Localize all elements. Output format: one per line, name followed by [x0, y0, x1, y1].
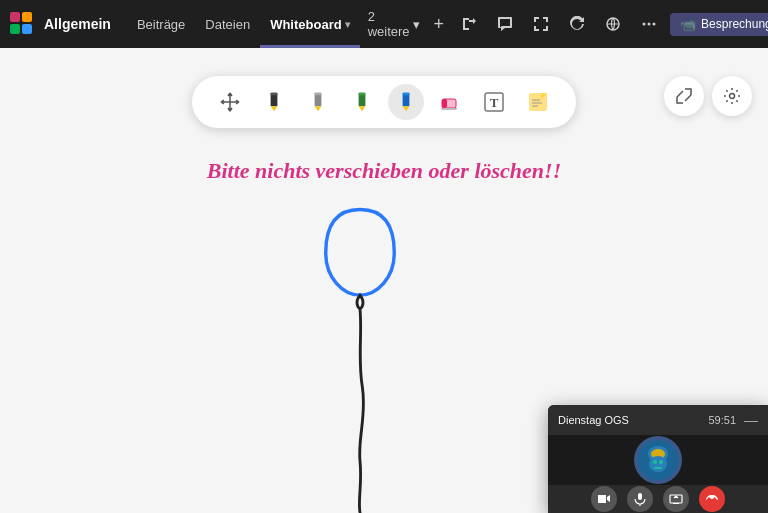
expand-icon-btn[interactable]	[526, 9, 556, 39]
svg-point-5	[643, 23, 646, 26]
svg-marker-12	[315, 106, 322, 111]
hangup-btn[interactable]	[699, 486, 725, 512]
meeting-body	[548, 435, 768, 485]
svg-text:T: T	[490, 95, 499, 110]
minimize-btn[interactable]: —	[744, 412, 758, 428]
chevron-down-icon: ▾	[413, 17, 420, 32]
share-icon-btn[interactable]	[454, 9, 484, 39]
svg-point-6	[648, 23, 651, 26]
more-tabs[interactable]: 2 weitere ▾	[360, 9, 428, 39]
svg-point-34	[653, 460, 657, 464]
svg-marker-9	[271, 106, 278, 111]
svg-rect-3	[22, 24, 32, 34]
right-controls	[664, 76, 752, 116]
svg-rect-0	[10, 12, 20, 22]
svg-rect-39	[673, 503, 679, 504]
avatar	[634, 436, 682, 484]
globe-icon-btn[interactable]	[598, 9, 628, 39]
svg-rect-37	[638, 493, 642, 500]
topbar-right: 📹 Besprechung ▾	[454, 9, 768, 39]
svg-rect-36	[654, 467, 662, 469]
tab-dateien[interactable]: Dateien	[195, 0, 260, 48]
svg-rect-2	[10, 24, 20, 34]
svg-rect-22	[441, 108, 457, 110]
move-tool-btn[interactable]	[212, 84, 248, 120]
svg-point-7	[653, 23, 656, 26]
svg-marker-18	[403, 106, 410, 111]
refresh-icon-btn[interactable]	[562, 9, 592, 39]
drawing-toolbar: T	[192, 76, 576, 128]
screen-share-btn[interactable]	[663, 486, 689, 512]
tab-whiteboard[interactable]: Whiteboard ▾	[260, 0, 360, 48]
camera-toggle-btn[interactable]	[591, 486, 617, 512]
chevron-down-icon: ▾	[345, 19, 350, 30]
svg-point-33	[649, 456, 667, 472]
svg-rect-21	[442, 99, 447, 108]
eraser-tool-btn[interactable]	[432, 84, 468, 120]
svg-rect-13	[315, 93, 322, 96]
svg-rect-19	[403, 93, 410, 96]
channel-name: Allgemein	[40, 16, 115, 32]
pen-black-btn[interactable]	[256, 84, 292, 120]
text-tool-btn[interactable]: T	[476, 84, 512, 120]
more-options-btn[interactable]	[634, 9, 664, 39]
sticky-note-btn[interactable]	[520, 84, 556, 120]
svg-point-35	[659, 460, 663, 464]
svg-rect-16	[359, 93, 366, 96]
meeting-controls	[548, 485, 768, 513]
meeting-timer: 59:51	[708, 414, 736, 426]
fit-screen-btn[interactable]	[664, 76, 704, 116]
svg-point-29	[730, 94, 735, 99]
svg-rect-1	[22, 12, 32, 22]
settings-btn[interactable]	[712, 76, 752, 116]
chat-icon-btn[interactable]	[490, 9, 520, 39]
nav-tabs: Beiträge Dateien Whiteboard ▾ 2 weitere …	[127, 0, 450, 48]
pen-green-btn[interactable]	[344, 84, 380, 120]
meeting-header: Dienstag OGS 59:51 —	[548, 405, 768, 435]
svg-marker-15	[359, 106, 366, 111]
warning-text: Bitte nichts verschieben oder löschen!!	[207, 158, 561, 184]
tab-beitraege[interactable]: Beiträge	[127, 0, 195, 48]
app-icon	[8, 10, 36, 38]
pen-gray-btn[interactable]	[300, 84, 336, 120]
meeting-title: Dienstag OGS	[558, 414, 700, 426]
camera-icon: 📹	[680, 17, 696, 32]
svg-rect-10	[271, 93, 278, 96]
balloon-drawing	[260, 198, 460, 513]
mic-toggle-btn[interactable]	[627, 486, 653, 512]
main-area: T Bitte nichts vers	[0, 48, 768, 513]
meeting-window: Dienstag OGS 59:51 —	[548, 405, 768, 513]
meeting-button[interactable]: 📹 Besprechung ▾	[670, 13, 768, 36]
topbar: Allgemein Beiträge Dateien Whiteboard ▾ …	[0, 0, 768, 48]
pen-blue-btn[interactable]	[388, 84, 424, 120]
add-tab-button[interactable]: +	[428, 14, 451, 35]
